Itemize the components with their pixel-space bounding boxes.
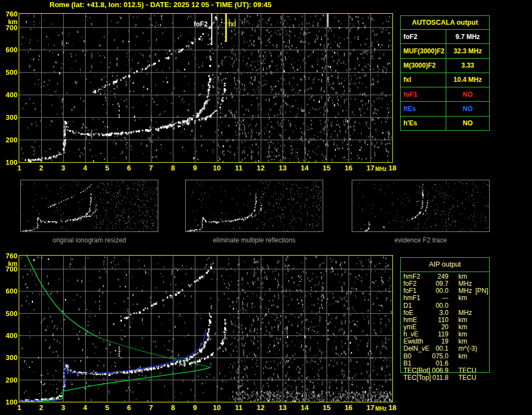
aip-parameter-value: 119 [428, 331, 448, 338]
aip-parameter-label: B1 [403, 360, 412, 367]
aip-parameter-label: h_vE [403, 331, 418, 338]
top-plot-x-tick-9: 9 [188, 164, 202, 171]
bottom-plot-x-tick-10: 10 [209, 404, 224, 411]
aip-parameter-label: B0 [403, 353, 412, 360]
aip-parameter-unit: MHz [458, 287, 472, 295]
thumbnail-caption-original: original ionogram resized [20, 236, 158, 244]
top-plot-x-axis-unit: MHz [375, 167, 391, 172]
autoscala-row-ftes: ftEsNO [401, 101, 489, 115]
bottom-plot-x-tick-12: 12 [253, 404, 268, 411]
bottom-plot-x-tick-7: 7 [144, 404, 158, 411]
top-plot-y-tick-500: 500 [1, 69, 18, 76]
fof2-marker-label: foF2 [194, 20, 208, 28]
top-plot-x-tick-1: 1 [12, 164, 26, 171]
autoscala-parameter-label: ftEs [401, 102, 446, 115]
bottom-plot-y-tick-200: 200 [1, 377, 18, 384]
aip-parameter-label: foF2 [403, 280, 417, 287]
bottom-plot-x-tick-4: 4 [78, 404, 92, 411]
autoscala-parameter-value: 10.4 MHz [446, 73, 489, 87]
top-plot-y-tick-760: 760 [1, 10, 18, 18]
bottom-plot-x-axis-unit: MHz [375, 406, 391, 412]
page-title: Rome (lat: +41.8, lon: 012.5) - DATE: 20… [49, 1, 271, 9]
aip-parameter-value: 01.6 [428, 360, 448, 367]
bottom-plot-y-tick-760: 760 [1, 252, 18, 259]
top-plot-x-tick-11: 11 [231, 164, 246, 171]
bottom-plot-x-tick-5: 5 [100, 404, 114, 411]
bottom-plot-x-tick-8: 8 [166, 404, 180, 411]
aip-parameter-unit: km [458, 338, 467, 345]
top-plot-x-tick-14: 14 [297, 164, 312, 171]
autoscala-row-fof1: foF1NO [401, 87, 489, 101]
bottom-plot-x-tick-9: 9 [188, 404, 202, 411]
aip-parameter-unit: km [458, 324, 467, 331]
top-plot-y-tick-700: 700 [1, 24, 18, 31]
aip-parameter-value: 00.1 [428, 345, 448, 352]
aip-parameter-value: 19 [428, 338, 448, 345]
aip-parameter-label: foE [403, 309, 413, 317]
bottom-plot-x-tick-14: 14 [297, 404, 312, 411]
aip-parameter-unit: km [458, 317, 467, 324]
aip-parameter-unit: km [458, 331, 467, 338]
bottom-plot-x-tick-11: 11 [231, 404, 246, 411]
aip-parameter-value: 00.0 [428, 287, 448, 295]
autoscala-row-fxi: fxI10.4 MHz [401, 73, 489, 87]
aip-parameter-unit: TECU [458, 367, 476, 374]
top-plot-x-tick-5: 5 [100, 164, 114, 171]
aip-parameter-label: hmF2 [403, 273, 420, 280]
autoscala-table-title: AUTOSCALA output [401, 16, 489, 29]
autoscala-screen: Rome (lat: +41.8, lon: 012.5) - DATE: 20… [0, 0, 532, 415]
top-plot-y-tick-400: 400 [1, 91, 18, 98]
bottom-plot-x-tick-6: 6 [122, 404, 136, 411]
autoscala-parameter-value: 32.3 MHz [446, 44, 489, 58]
aip-parameter-label: Ewidth [403, 338, 423, 345]
thumbnail-f2-evidence-canvas [352, 180, 489, 231]
autoscala-row-m3000f2: M(3000)F23.33 [401, 58, 489, 73]
aip-row-b1: B101.6 [403, 360, 491, 367]
aip-parameter-value: 075.0 [428, 353, 448, 360]
thumbnail-no-multiples [185, 180, 323, 232]
aip-row-tectop: TEC[Top]011.8TECU [403, 374, 491, 381]
aip-parameter-value: --- [428, 295, 448, 302]
top-plot-x-tick-2: 2 [34, 164, 48, 171]
aip-parameter-value: 011.8 [428, 374, 448, 381]
aip-row-foe: foE3.0MHz [403, 309, 491, 317]
autoscala-parameter-value: 3.33 [446, 59, 489, 73]
autoscala-table: AUTOSCALA output foF29.7 MHzMUF(3000)F23… [400, 15, 490, 131]
top-plot-y-tick-300: 300 [1, 114, 18, 121]
thumbnail-original-canvas [21, 180, 158, 231]
top-plot-x-tick-4: 4 [78, 164, 92, 171]
autoscala-parameter-value: NO [446, 117, 489, 130]
autoscala-parameter-label: MUF(3000)F2 [401, 44, 446, 58]
bottom-plot-y-tick-700: 700 [1, 265, 18, 273]
bottom-plot-y-tick-600: 600 [1, 287, 18, 295]
aip-parameter-label: hmF1 [403, 295, 420, 302]
aip-row-hme: hmE110km [403, 317, 491, 324]
bottom-plot-x-tick-1: 1 [12, 404, 26, 411]
top-plot-y-tick-600: 600 [1, 46, 18, 53]
bottom-plot-x-tick-2: 2 [34, 404, 48, 411]
aip-table-title: AIP output [401, 258, 489, 272]
bottom-plot-y-tick-300: 300 [1, 354, 18, 361]
aip-parameter-unit: m^(-3) [458, 345, 477, 352]
autoscala-row-hes: h'EsNO [401, 116, 489, 130]
bottom-ionogram-panel [19, 255, 393, 402]
autoscala-rows: foF29.7 MHzMUF(3000)F232.3 MHzM(3000)F23… [401, 29, 489, 130]
aip-row-d1: D100.0 [403, 302, 491, 309]
aip-parameter-unit: MHz [458, 309, 472, 317]
top-ionogram-canvas [19, 14, 392, 162]
aip-parameter-value: 006.9 [428, 367, 448, 374]
aip-parameter-value: 20 [428, 324, 448, 331]
aip-parameter-value: 110 [428, 317, 448, 324]
bottom-plot-y-tick-500: 500 [1, 310, 18, 317]
top-plot-x-tick-8: 8 [166, 164, 180, 171]
bottom-ionogram-canvas [19, 256, 392, 402]
autoscala-parameter-label: foF1 [401, 87, 446, 101]
top-plot-x-tick-7: 7 [144, 164, 158, 171]
thumbnail-caption-f2-evidence: evidence F2 trace [352, 236, 490, 244]
thumbnail-caption-no-multiples: eliminate multiple reflections [185, 236, 323, 244]
aip-parameter-label: foF1 [403, 287, 417, 295]
aip-row-tecbot: TEC[Bot]006.9TECU [403, 367, 491, 374]
top-plot-x-tick-13: 13 [275, 164, 290, 171]
bottom-plot-y-tick-400: 400 [1, 332, 18, 339]
aip-parameter-value: 09.7 [428, 280, 448, 287]
